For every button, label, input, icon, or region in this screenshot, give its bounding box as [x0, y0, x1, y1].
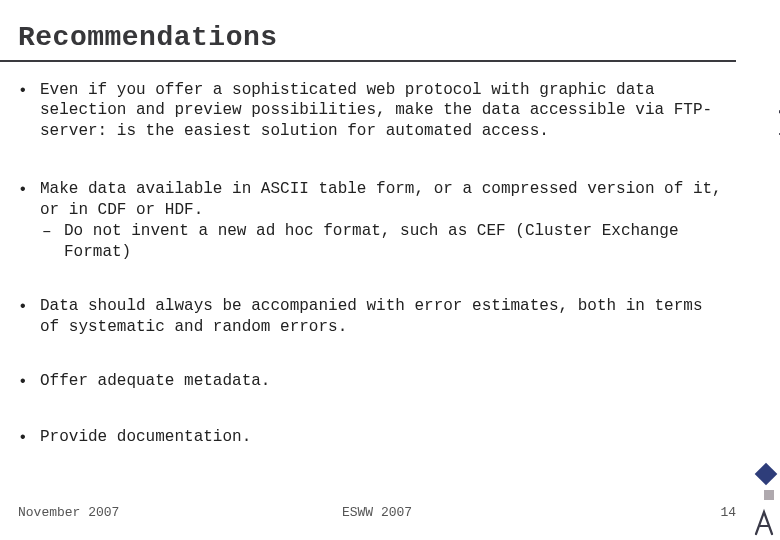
brand-dot: . [775, 115, 780, 121]
diamond-icon [755, 463, 778, 486]
bullet-main-text: Make data available in ASCII table form,… [40, 180, 722, 218]
title-rule [0, 60, 736, 62]
bullet-item: • Provide documentation. [18, 427, 728, 448]
bullet-text: Provide documentation. [40, 427, 728, 448]
bullet-dot-icon: • [18, 80, 40, 141]
bullet-item: • Make data available in ASCII table for… [18, 179, 728, 262]
footer-page-number: 14 [720, 505, 736, 520]
bullet-dot-icon: • [18, 371, 40, 392]
slide: Recommendations • Even if you offer a so… [0, 0, 780, 540]
slide-body: • Even if you offer a sophisticated web … [18, 80, 728, 482]
bullet-item: • Offer adequate metadata. [18, 371, 728, 392]
brand-name: aeronomie [775, 120, 780, 219]
sub-bullet-dash-icon: – [42, 221, 64, 262]
bullet-text: Even if you offer a sophisticated web pr… [40, 80, 728, 141]
brand-tld: be [775, 90, 780, 115]
brand-wordmark: aeronomie.be [775, 90, 780, 220]
bullet-dot-icon: • [18, 427, 40, 448]
bullet-text: Offer adequate metadata. [40, 371, 728, 392]
bullet-dot-icon: • [18, 179, 40, 262]
bullet-text: Data should always be accompanied with e… [40, 296, 728, 337]
bullet-item: • Data should always be accompanied with… [18, 296, 728, 337]
footer-event: ESWW 2007 [18, 505, 736, 520]
brand-sidebar: aeronomie.be [744, 0, 780, 540]
slide-footer: November 2007 ESWW 2007 14 [18, 500, 736, 520]
bullet-item: • Even if you offer a sophisticated web … [18, 80, 728, 141]
slide-title: Recommendations [18, 22, 278, 53]
bullet-text: Make data available in ASCII table form,… [40, 179, 728, 262]
bullet-dot-icon: • [18, 296, 40, 337]
small-square-icon [764, 490, 774, 500]
sub-bullet-item: – Do not invent a new ad hoc format, suc… [42, 221, 728, 262]
letter-a-icon [752, 508, 776, 536]
sub-bullet-text: Do not invent a new ad hoc format, such … [64, 221, 728, 262]
